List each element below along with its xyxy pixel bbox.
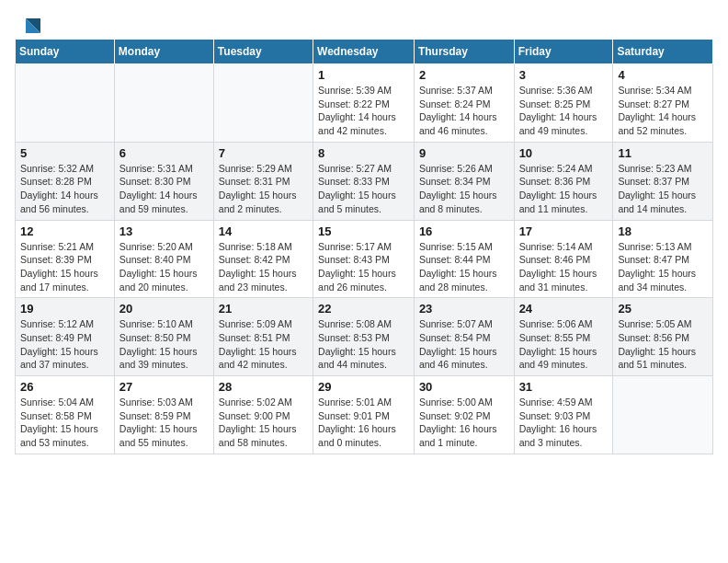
day-number: 1: [318, 68, 409, 82]
calendar-cell: 10Sunrise: 5:24 AMSunset: 8:36 PMDayligh…: [514, 142, 613, 220]
day-info: Sunrise: 5:21 AMSunset: 8:39 PMDaylight:…: [20, 240, 109, 294]
header: [15, 15, 713, 35]
day-info: Sunrise: 5:29 AMSunset: 8:31 PMDaylight:…: [219, 162, 308, 216]
calendar-cell: [16, 64, 115, 143]
day-number: 10: [519, 146, 609, 160]
calendar-cell: 6Sunrise: 5:31 AMSunset: 8:30 PMDaylight…: [114, 142, 213, 220]
day-info: Sunrise: 5:02 AMSunset: 9:00 PMDaylight:…: [219, 396, 308, 450]
calendar-cell: 23Sunrise: 5:07 AMSunset: 8:54 PMDayligh…: [414, 298, 514, 376]
calendar-cell: 25Sunrise: 5:05 AMSunset: 8:56 PMDayligh…: [613, 298, 713, 376]
weekday-header-sunday: Sunday: [16, 40, 115, 64]
day-number: 23: [419, 302, 509, 316]
day-number: 7: [219, 146, 308, 160]
calendar-cell: [114, 64, 213, 143]
day-number: 14: [219, 224, 308, 238]
calendar-cell: [213, 64, 313, 143]
day-info: Sunrise: 5:01 AMSunset: 9:01 PMDaylight:…: [318, 396, 409, 450]
calendar-cell: 30Sunrise: 5:00 AMSunset: 9:02 PMDayligh…: [414, 376, 514, 454]
day-info: Sunrise: 5:37 AMSunset: 8:24 PMDaylight:…: [419, 84, 509, 138]
day-info: Sunrise: 5:20 AMSunset: 8:40 PMDaylight:…: [119, 240, 209, 294]
calendar-week-row: 19Sunrise: 5:12 AMSunset: 8:49 PMDayligh…: [16, 298, 713, 376]
calendar-table: SundayMondayTuesdayWednesdayThursdayFrid…: [15, 39, 713, 454]
calendar-week-row: 26Sunrise: 5:04 AMSunset: 8:58 PMDayligh…: [16, 376, 713, 454]
calendar-cell: 12Sunrise: 5:21 AMSunset: 8:39 PMDayligh…: [16, 220, 115, 298]
day-info: Sunrise: 5:17 AMSunset: 8:43 PMDaylight:…: [318, 240, 409, 294]
calendar-cell: 22Sunrise: 5:08 AMSunset: 8:53 PMDayligh…: [313, 298, 415, 376]
day-number: 6: [119, 146, 209, 160]
weekday-header-thursday: Thursday: [414, 40, 514, 64]
day-number: 27: [119, 380, 209, 394]
day-number: 20: [119, 302, 209, 316]
calendar-cell: 4Sunrise: 5:34 AMSunset: 8:27 PMDaylight…: [613, 64, 713, 143]
calendar-cell: 7Sunrise: 5:29 AMSunset: 8:31 PMDaylight…: [213, 142, 313, 220]
day-number: 9: [419, 146, 509, 160]
calendar-cell: 19Sunrise: 5:12 AMSunset: 8:49 PMDayligh…: [16, 298, 115, 376]
day-info: Sunrise: 5:34 AMSunset: 8:27 PMDaylight:…: [618, 84, 708, 138]
day-number: 3: [519, 68, 609, 82]
calendar-cell: 1Sunrise: 5:39 AMSunset: 8:22 PMDaylight…: [313, 64, 415, 143]
day-info: Sunrise: 5:39 AMSunset: 8:22 PMDaylight:…: [318, 84, 409, 138]
day-info: Sunrise: 5:10 AMSunset: 8:50 PMDaylight:…: [119, 317, 209, 372]
day-info: Sunrise: 5:08 AMSunset: 8:53 PMDaylight:…: [318, 317, 409, 372]
calendar-cell: 27Sunrise: 5:03 AMSunset: 8:59 PMDayligh…: [114, 376, 213, 454]
day-number: 4: [618, 68, 708, 82]
logo-icon: [17, 15, 42, 40]
calendar-cell: 20Sunrise: 5:10 AMSunset: 8:50 PMDayligh…: [114, 298, 213, 376]
day-number: 11: [618, 146, 708, 160]
day-info: Sunrise: 5:18 AMSunset: 8:42 PMDaylight:…: [219, 240, 308, 294]
calendar-cell: 9Sunrise: 5:26 AMSunset: 8:34 PMDaylight…: [414, 142, 514, 220]
day-number: 15: [318, 224, 409, 238]
day-info: Sunrise: 5:12 AMSunset: 8:49 PMDaylight:…: [20, 317, 109, 372]
day-number: 2: [419, 68, 509, 82]
day-number: 30: [419, 380, 509, 394]
day-number: 21: [219, 302, 308, 316]
day-info: Sunrise: 5:31 AMSunset: 8:30 PMDaylight:…: [119, 162, 209, 216]
weekday-header-friday: Friday: [514, 40, 613, 64]
calendar-cell: 5Sunrise: 5:32 AMSunset: 8:28 PMDaylight…: [16, 142, 115, 220]
calendar-cell: 8Sunrise: 5:27 AMSunset: 8:33 PMDaylight…: [313, 142, 415, 220]
day-number: 25: [618, 302, 708, 316]
day-info: Sunrise: 5:24 AMSunset: 8:36 PMDaylight:…: [519, 162, 609, 216]
calendar-cell: 31Sunrise: 4:59 AMSunset: 9:03 PMDayligh…: [514, 376, 613, 454]
calendar-cell: 28Sunrise: 5:02 AMSunset: 9:00 PMDayligh…: [213, 376, 313, 454]
day-info: Sunrise: 5:03 AMSunset: 8:59 PMDaylight:…: [119, 396, 209, 450]
calendar-body: 1Sunrise: 5:39 AMSunset: 8:22 PMDaylight…: [16, 64, 713, 454]
day-info: Sunrise: 5:15 AMSunset: 8:44 PMDaylight:…: [419, 240, 509, 294]
day-number: 18: [618, 224, 708, 238]
day-number: 31: [519, 380, 609, 394]
day-info: Sunrise: 5:00 AMSunset: 9:02 PMDaylight:…: [419, 396, 509, 450]
day-info: Sunrise: 5:27 AMSunset: 8:33 PMDaylight:…: [318, 162, 409, 216]
day-number: 12: [20, 224, 109, 238]
calendar-cell: 13Sunrise: 5:20 AMSunset: 8:40 PMDayligh…: [114, 220, 213, 298]
calendar-header-row: SundayMondayTuesdayWednesdayThursdayFrid…: [16, 40, 713, 64]
calendar-cell: 16Sunrise: 5:15 AMSunset: 8:44 PMDayligh…: [414, 220, 514, 298]
day-info: Sunrise: 5:14 AMSunset: 8:46 PMDaylight:…: [519, 240, 609, 294]
calendar-cell: 11Sunrise: 5:23 AMSunset: 8:37 PMDayligh…: [613, 142, 713, 220]
day-info: Sunrise: 5:13 AMSunset: 8:47 PMDaylight:…: [618, 240, 708, 294]
calendar-cell: 18Sunrise: 5:13 AMSunset: 8:47 PMDayligh…: [613, 220, 713, 298]
day-info: Sunrise: 5:36 AMSunset: 8:25 PMDaylight:…: [519, 84, 609, 138]
day-number: 29: [318, 380, 409, 394]
day-info: Sunrise: 5:23 AMSunset: 8:37 PMDaylight:…: [618, 162, 708, 216]
weekday-header-tuesday: Tuesday: [213, 40, 313, 64]
day-info: Sunrise: 5:05 AMSunset: 8:56 PMDaylight:…: [618, 317, 708, 372]
day-number: 26: [20, 380, 109, 394]
day-info: Sunrise: 4:59 AMSunset: 9:03 PMDaylight:…: [519, 396, 609, 450]
day-number: 22: [318, 302, 409, 316]
calendar-week-row: 1Sunrise: 5:39 AMSunset: 8:22 PMDaylight…: [16, 64, 713, 143]
calendar-week-row: 12Sunrise: 5:21 AMSunset: 8:39 PMDayligh…: [16, 220, 713, 298]
day-info: Sunrise: 5:04 AMSunset: 8:58 PMDaylight:…: [20, 396, 109, 450]
day-number: 5: [20, 146, 109, 160]
logo: [15, 15, 42, 35]
day-number: 24: [519, 302, 609, 316]
calendar-cell: 2Sunrise: 5:37 AMSunset: 8:24 PMDaylight…: [414, 64, 514, 143]
calendar-cell: 14Sunrise: 5:18 AMSunset: 8:42 PMDayligh…: [213, 220, 313, 298]
weekday-header-monday: Monday: [114, 40, 213, 64]
calendar-cell: [613, 376, 713, 454]
day-number: 8: [318, 146, 409, 160]
day-info: Sunrise: 5:07 AMSunset: 8:54 PMDaylight:…: [419, 317, 509, 372]
day-number: 19: [20, 302, 109, 316]
calendar-week-row: 5Sunrise: 5:32 AMSunset: 8:28 PMDaylight…: [16, 142, 713, 220]
day-number: 17: [519, 224, 609, 238]
calendar-cell: 26Sunrise: 5:04 AMSunset: 8:58 PMDayligh…: [16, 376, 115, 454]
